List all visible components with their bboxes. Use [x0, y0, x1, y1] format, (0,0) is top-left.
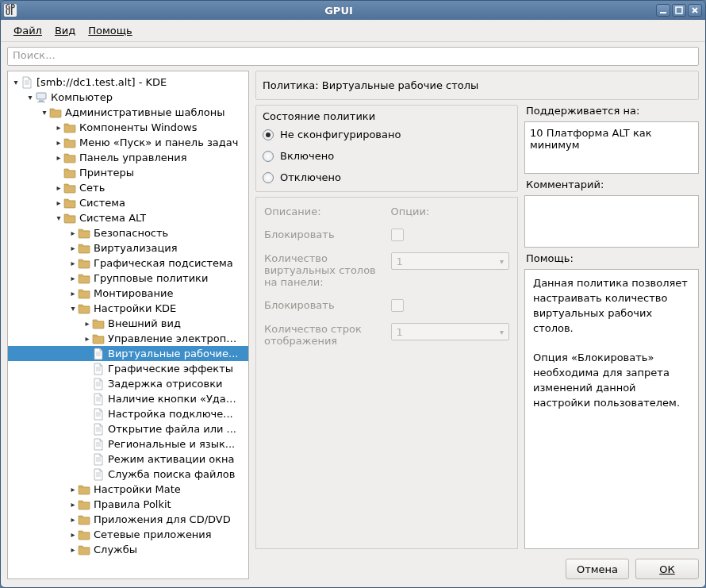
tree-item[interactable]: Принтеры [8, 165, 248, 180]
expander-icon[interactable]: ▸ [82, 319, 92, 328]
tree-item[interactable]: ▾Система ALT [8, 210, 248, 225]
ok-button[interactable]: ОК [635, 559, 699, 579]
tree-item-label: Открытие файла или ... [106, 423, 236, 435]
tree-item[interactable]: Служба поиска файлов [8, 467, 248, 482]
expander-icon[interactable]: ▸ [54, 153, 63, 162]
policy-state-heading: Состояние политики [256, 106, 517, 129]
rows-count-select: 1▾ [391, 323, 510, 340]
tree-item[interactable]: ▸Правила Polkit [8, 497, 248, 512]
tree-item-label: Служба поиска файлов [106, 468, 235, 480]
help-text: Данная политика позволяет настраивать ко… [524, 269, 699, 549]
tree-item[interactable]: Настройка подключе... [8, 406, 248, 421]
tree-item-label: Настройки KDE [92, 302, 176, 314]
tree-item[interactable]: ▸Панель управления [8, 150, 248, 165]
tree-item[interactable]: Виртуальные рабочие... [8, 346, 248, 361]
close-button[interactable] [688, 4, 702, 17]
tree-item[interactable]: ▸Групповые политики [8, 271, 248, 286]
tree-item[interactable]: ▸Службы [8, 542, 248, 557]
supported-value[interactable]: 10 Платформа ALT как минимум [524, 121, 699, 174]
radio-enabled[interactable]: Включено [263, 150, 511, 162]
tree-item-label: Службы [92, 544, 137, 555]
menu-view[interactable]: Вид [48, 23, 82, 38]
tree-item[interactable]: Открытие файла или ... [8, 421, 248, 436]
tree-item[interactable]: Наличие кнопки «Уда… [8, 391, 248, 406]
expander-icon[interactable]: ▾ [11, 78, 21, 86]
tree-item-label: Правила Polkit [92, 498, 171, 510]
folder-icon [78, 528, 90, 541]
expander-icon[interactable]: ▸ [68, 274, 78, 282]
tree-item[interactable]: ▸Виртуализация [8, 240, 248, 256]
tree-item[interactable]: ▸Монтирование [8, 286, 248, 301]
expander-icon[interactable]: ▸ [68, 259, 78, 267]
folder-icon [78, 302, 90, 315]
tree-item-label: Принтеры [78, 167, 134, 179]
expander-icon[interactable]: ▸ [54, 138, 63, 147]
lock-checkbox-1 [391, 229, 404, 241]
minimize-button[interactable] [656, 4, 670, 17]
radio-label: Отключено [280, 171, 341, 183]
expander-icon[interactable]: ▾ [54, 213, 63, 222]
tree-item[interactable]: ▸Графическая подсистема [8, 256, 248, 271]
expander-icon[interactable]: ▸ [54, 123, 63, 132]
tree-item[interactable]: ▸Приложения для CD/DVD [8, 512, 248, 527]
radio-disabled[interactable]: Отключено [263, 171, 511, 183]
expander-icon[interactable]: ▸ [68, 500, 78, 509]
tree-item-label: Режим активации окна [106, 453, 235, 465]
tree-item[interactable]: ▾[smb://dc1.test.alt] - KDE [8, 75, 248, 90]
expander-icon[interactable]: ▸ [68, 289, 78, 298]
expander-icon[interactable]: ▾ [40, 108, 49, 117]
tree-item-label: Компоненты Windows [78, 121, 197, 133]
tree-item[interactable]: ▾Административные шаблоны [8, 105, 248, 120]
tree-item[interactable]: ▸Безопасность [8, 225, 248, 240]
tree-item-label: Система ALT [78, 212, 146, 224]
expander-icon[interactable]: ▾ [68, 304, 78, 313]
radio-not-configured[interactable]: Не сконфигурировано [263, 129, 511, 140]
expander-icon[interactable]: ▸ [54, 198, 63, 207]
expander-icon[interactable]: ▸ [68, 229, 78, 237]
expander-icon[interactable]: ▸ [82, 334, 92, 343]
options-label: Опции: [391, 206, 510, 217]
tree-item[interactable]: Задержка отрисовки [8, 376, 248, 391]
cancel-button[interactable]: Отмена [566, 559, 629, 579]
tree-item[interactable]: Режим активации окна [8, 452, 248, 467]
expander-icon[interactable]: ▸ [54, 183, 63, 192]
tree-item-label: Групповые политики [92, 272, 208, 284]
tree-view[interactable]: ▾[smb://dc1.test.alt] - KDE▾Компьютер▾Ад… [7, 71, 249, 579]
tree-item[interactable]: Графические эффекты [8, 361, 248, 376]
tree-item-label: Настройка подключе... [106, 408, 233, 420]
expander-icon[interactable]: ▸ [68, 515, 78, 524]
tree-item[interactable]: ▸Сеть [8, 180, 248, 195]
tree-item[interactable]: Региональные и язык... [8, 436, 248, 452]
folder-icon [78, 287, 90, 300]
search-input[interactable] [13, 49, 693, 61]
menu-help[interactable]: Помощь [82, 23, 138, 38]
tree-item[interactable]: ▸Компоненты Windows [8, 120, 248, 135]
tree-item[interactable]: ▸Настройки Mate [8, 482, 248, 497]
tree-item[interactable]: ▾Настройки KDE [8, 301, 248, 316]
tree-item-label: Сеть [78, 182, 105, 194]
maximize-button[interactable] [672, 4, 686, 17]
tree-item[interactable]: ▸Сетевые приложения [8, 527, 248, 542]
search-field[interactable] [7, 47, 699, 66]
radio-icon [263, 151, 274, 162]
tree-item-label: Задержка отрисовки [106, 378, 223, 390]
tree-item[interactable]: ▾Компьютер [8, 90, 248, 105]
svg-rect-1 [676, 7, 682, 13]
expander-icon[interactable]: ▸ [68, 485, 78, 494]
expander-icon[interactable]: ▸ [68, 244, 78, 252]
expander-icon[interactable]: ▾ [25, 93, 35, 102]
tree-item-label: Приложения для CD/DVD [92, 513, 231, 525]
expander-icon[interactable]: ▸ [68, 530, 78, 539]
tree-item[interactable]: ▸Система [8, 195, 248, 210]
tree-item[interactable]: ▸Меню «Пуск» и панель задач [8, 135, 248, 150]
menubar: Файл Вид Помощь [1, 20, 705, 42]
comment-box[interactable] [524, 195, 699, 248]
chevron-down-icon: ▾ [500, 257, 504, 266]
folder-icon [78, 227, 90, 240]
tree-item[interactable]: ▸Управление электроп… [8, 331, 248, 346]
tree-item[interactable]: ▸Внешний вид [8, 316, 248, 331]
folder-icon [78, 513, 90, 526]
menu-file[interactable]: Файл [7, 23, 48, 38]
document-icon [92, 468, 105, 481]
expander-icon[interactable]: ▸ [68, 545, 78, 554]
